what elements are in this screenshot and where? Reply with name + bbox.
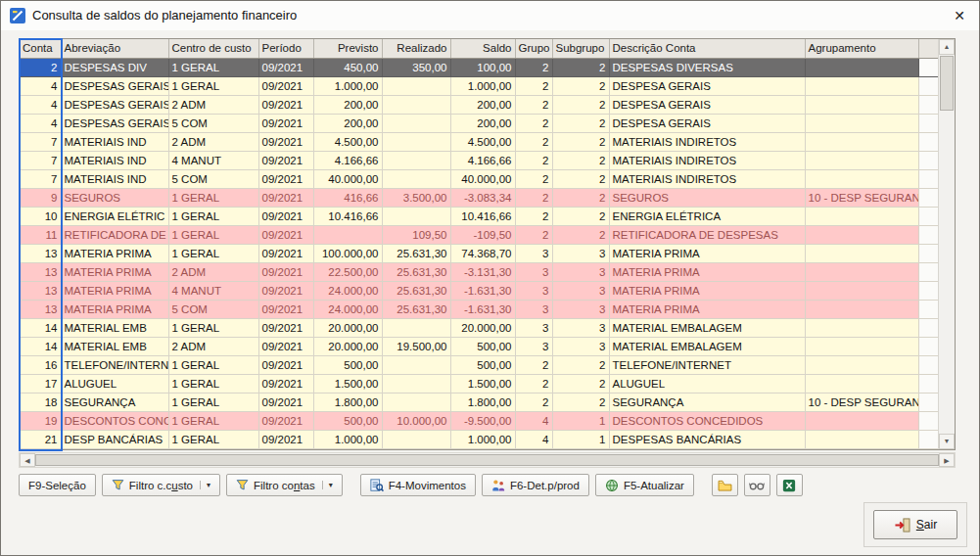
scroll-up-icon[interactable] <box>939 39 955 55</box>
column-header-realizado[interactable]: Realizado <box>382 39 450 58</box>
table-row[interactable]: 7MATERIAIS IND4 MANUT09/20214.166,664.16… <box>20 151 940 169</box>
column-header-periodo[interactable]: Período <box>258 39 313 58</box>
cell-grupo: 2 <box>515 225 552 244</box>
cell-subgrupo: 3 <box>552 337 609 355</box>
table-row[interactable]: 21DESP BANCÁRIAS1 GERAL09/20211.000,001.… <box>20 430 940 448</box>
chevron-down-icon[interactable] <box>322 481 333 489</box>
cell-periodo: 09/2021 <box>258 355 313 374</box>
column-header-agrupamento[interactable]: Agrupamento <box>805 39 918 58</box>
cell-filler <box>918 355 940 374</box>
table-row[interactable]: 4DESPESAS GERAIS1 GERAL09/20211.000,001.… <box>20 76 940 95</box>
vertical-scrollbar[interactable] <box>938 39 955 449</box>
cell-previsto: 200,00 <box>313 95 382 114</box>
filtro-contas-button[interactable]: Filtro contas <box>226 474 343 496</box>
cell-saldo: -1.631,30 <box>450 300 515 318</box>
cell-conta: 14 <box>20 318 61 337</box>
table-row[interactable]: 10ENERGIA ELÉTRIC1 GERAL09/202110.416,66… <box>20 207 940 225</box>
cell-abreviacao: MATERIA PRIMA <box>61 281 168 300</box>
cell-centro_custo: 1 GERAL <box>168 58 258 76</box>
footer-panel: Sair <box>863 502 967 547</box>
folder-button[interactable] <box>712 474 738 496</box>
table-row[interactable]: 4DESPESAS GERAIS2 ADM09/2021200,00200,00… <box>20 95 940 114</box>
cell-filler <box>918 430 940 448</box>
filtro-centro-custo-label: Filtro c.custo <box>129 480 193 491</box>
f9-selecao-button[interactable]: F9-Seleção <box>19 474 96 496</box>
cell-saldo: 74.368,70 <box>450 244 515 262</box>
cell-filler <box>918 207 940 225</box>
cell-descricao: MATERIAL EMBALAGEM <box>609 318 805 337</box>
cell-centro_custo: 5 COM <box>168 169 258 188</box>
table-row[interactable]: 2DESPESAS DIV1 GERAL09/2021450,00350,001… <box>20 58 940 76</box>
cell-subgrupo: 1 <box>552 430 609 448</box>
filtro-centro-custo-button[interactable]: Filtro c.custo <box>102 474 220 496</box>
cell-filler <box>918 411 940 430</box>
table-row[interactable]: 7MATERIAIS IND2 ADM09/20214.500,004.500,… <box>20 132 940 151</box>
table-row[interactable]: 13MATERIA PRIMA2 ADM09/202122.500,0025.6… <box>20 262 940 281</box>
cell-periodo: 09/2021 <box>258 132 313 151</box>
table-row[interactable]: 19DESCONTOS CONCE1 GERAL09/2021500,0010.… <box>20 411 940 430</box>
cell-agrupamento <box>805 225 918 244</box>
cell-realizado: 25.631,30 <box>382 281 450 300</box>
f4-movimentos-button[interactable]: F4-Movimentos <box>360 474 476 496</box>
table-row[interactable]: 4DESPESAS GERAIS5 COM09/2021200,00200,00… <box>20 114 940 132</box>
cell-centro_custo: 1 GERAL <box>168 318 258 337</box>
glasses-button[interactable] <box>744 474 770 496</box>
exit-door-icon <box>894 518 910 533</box>
table-row[interactable]: 14MATERIAL EMB1 GERAL09/202120.000,0020.… <box>20 318 940 337</box>
scroll-right-icon[interactable] <box>939 453 955 467</box>
table-row[interactable]: 18SEGURANÇA1 GERAL09/20211.800,001.800,0… <box>20 393 940 411</box>
cell-abreviacao: DESPESAS GERAIS <box>61 114 168 132</box>
cell-abreviacao: MATERIAIS IND <box>61 169 168 188</box>
cell-grupo: 3 <box>515 318 552 337</box>
cell-saldo: 4.500,00 <box>450 132 515 151</box>
balances-grid: ContaAbreviaçãoCentro de custoPeríodoPre… <box>19 38 956 450</box>
cell-saldo: -3.131,30 <box>450 262 515 281</box>
vertical-scrollbar-thumb[interactable] <box>940 56 954 111</box>
cell-realizado <box>382 430 450 448</box>
table-row[interactable]: 9SEGUROS1 GERAL09/2021416,663.500,00-3.0… <box>20 188 940 207</box>
table-row[interactable]: 7MATERIAIS IND5 COM09/202140.000,0040.00… <box>20 169 940 188</box>
sair-button[interactable]: Sair <box>873 510 957 539</box>
f6-detalhe-produto-button[interactable]: F6-Det.p/prod <box>482 474 589 496</box>
cell-realizado <box>382 114 450 132</box>
cell-descricao: MATERIAL EMBALAGEM <box>609 337 805 355</box>
column-header-conta[interactable]: Conta <box>20 39 61 58</box>
cell-abreviacao: MATERIA PRIMA <box>61 244 168 262</box>
scroll-left-icon[interactable] <box>20 453 35 467</box>
column-header-abreviacao[interactable]: Abreviação <box>61 39 168 58</box>
cell-periodo: 09/2021 <box>258 188 313 207</box>
close-icon[interactable]: ✕ <box>948 4 971 27</box>
cell-filler <box>918 95 940 114</box>
table-row[interactable]: 17ALUGUEL1 GERAL09/20211.500,001.500,002… <box>20 374 940 393</box>
column-header-saldo[interactable]: Saldo <box>450 39 515 58</box>
horizontal-scrollbar-thumb[interactable] <box>35 454 939 466</box>
column-header-previsto[interactable]: Previsto <box>313 39 382 58</box>
cell-conta: 4 <box>20 95 61 114</box>
chevron-down-icon[interactable] <box>200 481 210 489</box>
excel-export-button[interactable] <box>776 474 803 496</box>
filter-funnel-icon <box>112 479 124 491</box>
table-row[interactable]: 13MATERIA PRIMA4 MANUT09/202124.000,0025… <box>20 281 940 300</box>
cell-filler <box>918 114 940 132</box>
table-row[interactable]: 13MATERIA PRIMA5 COM09/202124.000,0025.6… <box>20 300 940 318</box>
table-row[interactable]: 11RETIFICADORA DE1 GERAL09/2021109,50-10… <box>20 225 940 244</box>
cell-conta: 19 <box>20 411 61 430</box>
cell-centro_custo: 1 GERAL <box>168 411 258 430</box>
cell-realizado: 10.000,00 <box>382 411 450 430</box>
f5-atualizar-button[interactable]: F5-Atualizar <box>595 474 694 496</box>
column-header-centro_custo[interactable]: Centro de custo <box>168 39 258 58</box>
table-row[interactable]: 14MATERIAL EMB2 ADM09/202120.000,0019.50… <box>20 337 940 355</box>
column-header-grupo[interactable]: Grupo <box>515 39 552 58</box>
cell-periodo: 09/2021 <box>258 95 313 114</box>
cell-grupo: 4 <box>515 430 552 448</box>
table-row[interactable]: 13MATERIA PRIMA1 GERAL09/2021100.000,002… <box>20 244 940 262</box>
column-header-descricao[interactable]: Descrição Conta <box>609 39 805 58</box>
horizontal-scrollbar[interactable] <box>19 452 956 468</box>
cell-previsto: 500,00 <box>313 355 382 374</box>
cell-grupo: 2 <box>515 58 552 76</box>
table-row[interactable]: 16TELEFONE/INTERN1 GERAL09/2021500,00500… <box>20 355 940 374</box>
scroll-down-icon[interactable] <box>939 434 955 449</box>
cell-subgrupo: 3 <box>552 262 609 281</box>
cell-grupo: 2 <box>515 151 552 169</box>
column-header-subgrupo[interactable]: Subgrupo <box>552 39 609 58</box>
